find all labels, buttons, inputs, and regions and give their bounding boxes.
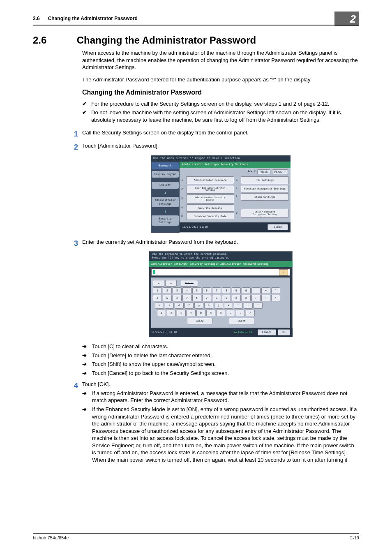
fig2-key[interactable]: ' — [254, 302, 263, 309]
fig1-close-button[interactable]: Close — [267, 224, 288, 230]
fig2-key[interactable]: k — [224, 302, 233, 309]
fig2-key[interactable]: v — [187, 310, 196, 316]
fig2-key[interactable]: 9 — [232, 287, 241, 294]
fig2-key[interactable]: s — [165, 302, 174, 309]
down-arrow-icon: ↓ — [151, 208, 180, 214]
fig2-key[interactable]: y — [202, 295, 211, 301]
fig1-back-button[interactable]: ↞Back — [257, 169, 270, 175]
fig1-opt-security-details[interactable]: Security Details — [186, 204, 234, 212]
check-item-1: For the procedure to call the Security S… — [82, 100, 359, 108]
fig1-opt-stamp[interactable]: Stamp Settings — [241, 193, 289, 201]
fig2-key[interactable]: i — [222, 295, 231, 301]
fig2-key[interactable]: ] — [261, 295, 270, 301]
fig2-key[interactable]: f — [184, 302, 194, 309]
step4-sub-1: If a wrong Administrator Password is ent… — [82, 390, 359, 404]
fig2-key[interactable]: l — [234, 302, 243, 309]
fig2-key[interactable]: ` — [271, 287, 280, 294]
fig2-delete-key[interactable]: Delete — [181, 280, 198, 287]
arrow-right-icon[interactable]: → — [165, 280, 177, 287]
fig2-key[interactable]: e — [173, 295, 182, 301]
fig2-key[interactable]: 0 — [242, 287, 251, 294]
fig2-key[interactable]: 4 — [182, 287, 191, 294]
down-arrow-icon: ↓ — [151, 190, 180, 196]
fig2-key[interactable]: 1 — [153, 287, 162, 294]
figure-keyboard-panel: Use the keyboard to enter the current pa… — [149, 251, 293, 337]
fig2-key[interactable]: j — [214, 302, 223, 309]
fig2-key[interactable]: c — [177, 310, 186, 316]
fig2-key[interactable]: x — [167, 310, 176, 316]
fig2-space-key[interactable]: Space — [187, 318, 212, 324]
page-footer: bizhub 754e/654e 2-19 — [33, 533, 359, 540]
step-2: 2 Touch [Administrator Password]. — [82, 142, 359, 150]
fig2-key[interactable]: - — [251, 287, 261, 294]
fig1-forward-button[interactable]: Forw. ↠ — [272, 169, 288, 175]
fig1-opt-driver-pw-enc[interactable]: Driver Password Encryption Setting — [241, 209, 289, 218]
fig2-key[interactable]: 6 — [202, 287, 211, 294]
fig2-key[interactable]: n — [206, 310, 215, 316]
step3-sub-4: Touch [Cancel] to go back to the Securit… — [82, 370, 359, 377]
header-section-no: 2.6 — [33, 16, 40, 21]
chapter-number-box: 2 — [334, 12, 359, 26]
fig2-key[interactable]: 7 — [212, 287, 221, 294]
fig2-key[interactable]: m — [216, 310, 225, 316]
fig2-breadcrumb: Administrator Settings> Security Setting… — [149, 261, 293, 267]
arrow-left-icon[interactable]: ← — [153, 280, 164, 287]
fig1-opt-admin-levels[interactable]: Administrator Security Levels — [186, 194, 234, 204]
fig1-timestamp: 12/11/2012 11:20 — [182, 225, 208, 229]
fig2-key[interactable]: 3 — [173, 287, 182, 294]
fig2-key[interactable]: , — [226, 310, 235, 316]
fig1-tab-security-settings[interactable]: Security Settings — [152, 215, 179, 226]
fig1-tab-bookmark[interactable]: Bookmark — [152, 162, 179, 169]
fig2-key[interactable]: g — [194, 302, 203, 309]
fig1-tab-admin-settings[interactable]: Administrator Settings — [152, 197, 179, 208]
fig2-key[interactable]: 8 — [222, 287, 231, 294]
fig2-key[interactable]: d — [175, 302, 184, 309]
fig2-shift-key[interactable]: Shift — [229, 318, 254, 324]
fig1-opt-admin-password[interactable]: Administrator Password — [186, 176, 234, 184]
step-2-text: Touch [Administrator Password]. — [82, 142, 359, 150]
footer-product: bizhub 754e/654e — [33, 535, 69, 540]
fig1-opt-hdd[interactable]: HDD Settings — [241, 176, 289, 184]
step4-sub-2: If the Enhanced Security Mode is set to … — [82, 406, 359, 463]
step-number: 4 — [66, 381, 78, 391]
fig2-key[interactable]: / — [246, 310, 255, 316]
fig1-opt-userbox-admin[interactable]: User Box Administrator Setting — [186, 185, 234, 194]
fig1-breadcrumb: Administrator Settings> Security Setting… — [180, 162, 291, 168]
fig2-key[interactable]: a — [155, 302, 164, 309]
step-3-text: Enter the currently set Administrator Pa… — [82, 238, 359, 246]
section-title: 2.6 Changing the Administrator Password — [33, 35, 256, 46]
fig2-key[interactable]: [ — [251, 295, 261, 301]
step-4-text: Touch [OK]. — [82, 381, 359, 388]
fig2-password-field[interactable]: C — [151, 268, 290, 276]
fig2-cancel-button[interactable]: Cancel — [258, 329, 276, 335]
fig2-key[interactable]: u — [212, 295, 221, 301]
close-x-icon[interactable]: ✕ — [254, 169, 256, 175]
fig1-tab-display-keypad[interactable]: Display Keypad — [152, 171, 179, 178]
fig2-key[interactable]: z — [157, 310, 166, 316]
fig1-opt-enhanced-security[interactable]: Enhanced Security Mode — [186, 213, 234, 220]
step-1-text: Call the Security Settings screen on the… — [82, 129, 359, 136]
fig2-key[interactable]: q — [153, 295, 162, 301]
fig2-enlarge-label[interactable]: AA Enlarge ON — [234, 331, 252, 334]
fig1-opt-func-mgmt[interactable]: Function Management Settings — [241, 185, 289, 192]
fig2-key[interactable]: t — [192, 295, 201, 301]
fig2-key[interactable]: . — [236, 310, 245, 316]
fig2-key[interactable]: p — [242, 295, 251, 301]
fig2-key[interactable]: b — [196, 310, 205, 316]
fig2-key[interactable]: o — [232, 295, 241, 301]
fig2-ok-button[interactable]: OK — [278, 329, 290, 335]
fig1-tab-utility[interactable]: Utility — [152, 182, 179, 189]
fig2-key[interactable]: 2 — [163, 287, 172, 294]
fig2-key[interactable]: h — [204, 302, 213, 309]
intro-paragraph-1: When access to the machine by the admini… — [82, 49, 359, 71]
fig1-pager: 1/2 ✕ ↞Back Forw. ↠ — [180, 168, 291, 176]
step-number: 3 — [66, 238, 78, 248]
fig2-key[interactable]: w — [163, 295, 172, 301]
fig2-key[interactable]: ; — [244, 302, 253, 309]
fig2-key[interactable]: = — [261, 287, 270, 294]
fig2-clear-button[interactable]: C — [279, 269, 288, 275]
fig2-key[interactable]: 5 — [192, 287, 201, 294]
cursor-icon — [153, 270, 155, 274]
fig2-key[interactable]: r — [182, 295, 191, 301]
fig2-key[interactable]: \ — [271, 295, 280, 301]
